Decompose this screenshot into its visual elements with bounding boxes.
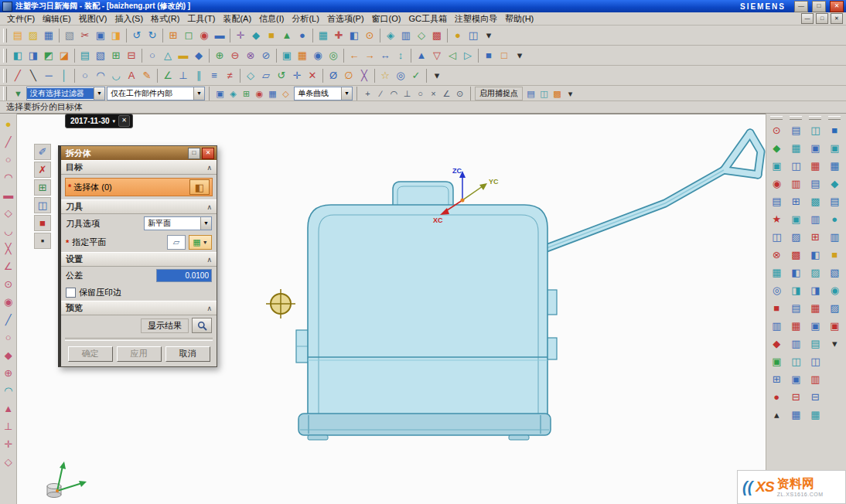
toolbar-icon[interactable]: ◇ xyxy=(414,28,429,43)
menu-item[interactable]: 格式(R) xyxy=(147,12,183,26)
toolbar-icon[interactable]: ▾ xyxy=(481,28,496,43)
mold-tool-icon[interactable]: ★ xyxy=(769,210,784,228)
snap-point-icon[interactable]: ○ xyxy=(414,87,427,100)
mold-tool-icon[interactable]: ⊞ xyxy=(788,192,803,210)
view-tool-icon[interactable]: ◆ xyxy=(827,175,842,192)
utility-tool-icon[interactable]: ▩ xyxy=(807,192,823,210)
menu-item[interactable]: 分析(L) xyxy=(288,12,322,26)
mold-tool-icon[interactable]: ▦ xyxy=(788,406,803,424)
mold-tool-icon[interactable]: ⊞ xyxy=(769,370,784,388)
sketch-tool-icon[interactable]: ╱ xyxy=(1,133,16,151)
toolbar-icon[interactable]: ▾ xyxy=(512,48,527,63)
toolbar-icon[interactable]: ╳ xyxy=(356,68,372,83)
keep-imprint-row[interactable]: 保留压印边 xyxy=(61,284,217,301)
toolbar-icon[interactable]: ▩ xyxy=(429,28,445,43)
snap-point-icon[interactable]: ⊥ xyxy=(401,87,414,100)
mold-tool-icon[interactable]: ▩ xyxy=(788,246,803,264)
scope-combo[interactable]: 仅在工作部件内部 ▼ xyxy=(107,87,205,100)
sketch-tool-icon[interactable]: ⊙ xyxy=(1,275,16,293)
snap-point-icon[interactable]: ∕ xyxy=(374,87,387,100)
mold-tool-icon[interactable]: ◆ xyxy=(769,335,784,352)
menu-item[interactable]: 插入(S) xyxy=(111,12,147,26)
menu-item[interactable]: 视图(V) xyxy=(75,12,111,26)
view-tool-icon[interactable]: ▣ xyxy=(827,317,842,335)
toolbar-icon[interactable]: ← xyxy=(346,48,362,63)
toolbar-icon[interactable]: ▦ xyxy=(41,28,56,43)
sketch-tool-icon[interactable]: ▬ xyxy=(1,186,16,204)
toolbar-icon[interactable]: ✛ xyxy=(233,28,248,43)
view-tool-icon[interactable]: ▦ xyxy=(827,157,842,175)
snap-point-icon[interactable]: ∠ xyxy=(440,87,453,100)
select-body-row[interactable]: * 选择体 (0) ◧ xyxy=(65,178,213,196)
toolbar-icon[interactable]: ○ xyxy=(145,48,160,63)
toolbar-icon[interactable]: ▷ xyxy=(460,48,476,63)
toolbar-grip[interactable] xyxy=(3,29,7,43)
magnifier-button[interactable] xyxy=(192,318,212,333)
utility-tool-icon[interactable]: ▦ xyxy=(807,406,823,424)
sketch-tool-icon[interactable]: ╱ xyxy=(1,311,16,329)
utility-tool-icon[interactable]: ⊟ xyxy=(807,388,823,406)
view-tool-icon[interactable]: ■ xyxy=(827,121,842,139)
title-bar[interactable]: 注塑学习日新海阔 - 装配 - [baizheng.prt (修改的) ] SI… xyxy=(0,0,846,12)
sketch-tool-icon[interactable]: ∠ xyxy=(1,257,16,275)
ok-button[interactable]: 确定 xyxy=(68,346,113,362)
select-body-button[interactable]: ◧ xyxy=(189,179,210,195)
toolbar-icon[interactable]: ∠ xyxy=(160,68,176,83)
toolbar-icon[interactable]: ◇ xyxy=(243,68,258,83)
utility-tool-icon[interactable]: ▦ xyxy=(807,157,823,175)
toolbar-icon[interactable]: ▦ xyxy=(295,48,310,63)
toolbar-icon[interactable]: ▧ xyxy=(62,28,77,43)
chevron-down-icon[interactable]: ▼ xyxy=(94,87,104,100)
toolbar-icon[interactable]: ▲ xyxy=(414,48,429,63)
toolbar-icon[interactable]: ● xyxy=(450,28,466,43)
selection-tool-icon[interactable]: ◉ xyxy=(253,87,266,100)
sketch-tool-icon[interactable]: ● xyxy=(1,115,16,133)
toolbar-icon[interactable]: ↔ xyxy=(377,48,393,63)
selection-tool-icon[interactable]: ⊞ xyxy=(240,87,253,100)
toolbar-icon[interactable]: ⊥ xyxy=(176,68,191,83)
sketch-tool-icon[interactable]: ◇ xyxy=(1,453,16,471)
docked-tool-icon[interactable]: ▪ xyxy=(34,233,51,249)
toolbar-icon[interactable]: ■ xyxy=(264,28,279,43)
toolbar-icon[interactable]: ▤ xyxy=(10,28,26,43)
sketch-tool-icon[interactable]: ◇ xyxy=(1,204,16,222)
mold-tool-icon[interactable]: ▣ xyxy=(769,157,784,175)
toolbar-icon[interactable]: ▧ xyxy=(93,48,108,63)
toolbar-icon[interactable]: ↕ xyxy=(393,48,408,63)
utility-tool-icon[interactable]: ▣ xyxy=(807,139,823,157)
toolbar-icon[interactable]: ◩ xyxy=(41,48,56,63)
toolbar-grip[interactable] xyxy=(3,87,7,100)
toolbar-icon[interactable]: ∅ xyxy=(341,68,356,83)
selection-tool-icon[interactable]: ◈ xyxy=(227,87,240,100)
toolbar-icon[interactable]: □ xyxy=(496,48,512,63)
menu-item[interactable]: GC工具箱 xyxy=(404,12,451,26)
menu-item[interactable]: 首选项(P) xyxy=(323,12,368,26)
toolbar-icon[interactable]: ╲ xyxy=(26,68,41,83)
selection-tool-icon[interactable]: ▤ xyxy=(524,87,537,100)
mold-tool-icon[interactable]: ◨ xyxy=(788,281,803,299)
section-preview[interactable]: 预览 ∧ xyxy=(61,301,217,315)
selection-tool-icon[interactable]: ▦ xyxy=(266,87,279,100)
docked-tool-icon[interactable]: ⊞ xyxy=(34,179,51,196)
section-settings[interactable]: 设置 ∧ xyxy=(61,252,217,267)
mold-tool-icon[interactable]: ▦ xyxy=(788,139,803,157)
collapse-icon[interactable]: ∧ xyxy=(206,164,212,172)
toolbar-icon[interactable]: ─ xyxy=(41,68,56,83)
selection-tool-icon[interactable]: ▣ xyxy=(213,87,227,100)
utility-tool-icon[interactable]: ◫ xyxy=(807,121,823,139)
view-tool-icon[interactable]: ◉ xyxy=(827,281,842,299)
collapse-icon[interactable]: ∧ xyxy=(206,305,212,312)
collapse-icon[interactable]: ∧ xyxy=(206,256,212,264)
toolbar-icon[interactable]: ✂ xyxy=(77,28,93,43)
date-chip-close-button[interactable]: ✕ xyxy=(118,115,130,127)
sketch-tool-icon[interactable]: ◆ xyxy=(1,346,16,364)
sketch-tool-icon[interactable]: ✛ xyxy=(1,435,16,453)
toolbar-icon[interactable]: ◎ xyxy=(326,48,341,63)
toolbar-icon[interactable]: ✚ xyxy=(331,28,346,43)
sketch-tool-icon[interactable]: ○ xyxy=(1,151,16,169)
toolbar-icon[interactable]: ▦ xyxy=(316,28,331,43)
utility-tool-icon[interactable]: ▥ xyxy=(807,370,823,388)
tolerance-input[interactable] xyxy=(156,269,212,282)
model-split-body[interactable] xyxy=(296,133,761,440)
dialog-close-button[interactable]: ✕ xyxy=(202,148,214,159)
